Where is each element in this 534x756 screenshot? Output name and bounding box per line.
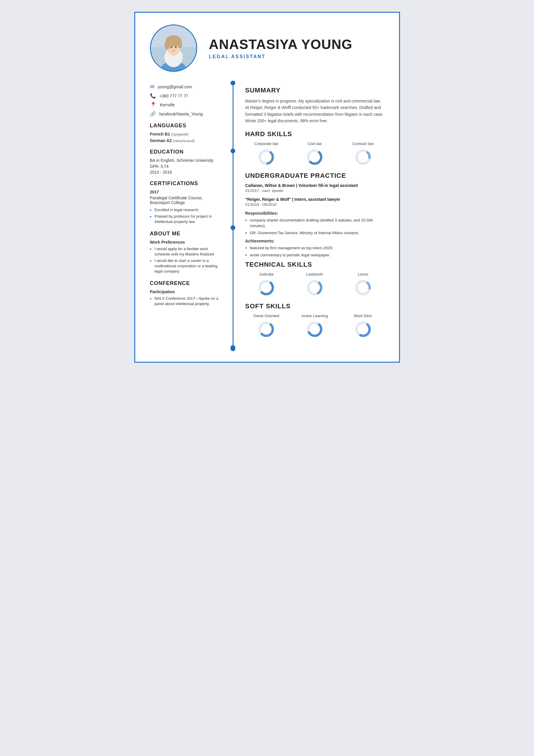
ach-list: featured by firm management as top inter…: [245, 245, 384, 258]
phone-item: 📞 +380 777 77 77: [150, 93, 224, 99]
undergrad-title: UNDERGRADUATE PRACTICE: [245, 172, 384, 179]
about-bullets: I would apply for a flexible work schedu…: [150, 246, 224, 274]
main-content: ✉ young@gmail.com 📞 +380 777 77 77 📍 Ker…: [135, 81, 399, 362]
social-value: facebook/Nastia_Young: [159, 112, 203, 116]
timeline-divider: [233, 81, 233, 350]
name-block: ANASTASIYA YOUNG LEGAL ASSISTANT: [209, 37, 384, 60]
lang-german: German A2 (начальный): [150, 138, 224, 143]
skill-contract-chart: [354, 148, 372, 166]
contacts-section: ✉ young@gmail.com 📞 +380 777 77 77 📍 Ker…: [150, 84, 224, 117]
skill-lexoo-label: Lexoo: [358, 272, 368, 276]
social-item: 🔗 facebook/Nastia_Young: [150, 111, 224, 117]
cert-bullet-1: Excelled in legal research.: [150, 207, 224, 213]
lang-french: French B1 (средний): [150, 132, 224, 136]
skill-learning: Active Learning: [293, 313, 336, 338]
summary-title: SUMMARY: [245, 87, 384, 94]
svg-point-9: [170, 46, 172, 48]
job-title: LEGAL ASSISTANT: [209, 54, 384, 59]
skill-learning-label: Active Learning: [301, 313, 328, 318]
location-item: 📍 Kerrville: [150, 102, 224, 108]
skill-lexoo: Lexoo: [342, 272, 384, 296]
left-column: ✉ young@gmail.com 📞 +380 777 77 77 📍 Ker…: [135, 81, 233, 350]
avatar: [150, 24, 197, 72]
svg-point-8: [177, 40, 182, 48]
tech-skills-title: TECHNICAL SKILLS: [245, 261, 384, 268]
skill-learning-chart: [306, 320, 324, 338]
social-icon: 🔗: [150, 111, 156, 117]
email-value: young@gmail.com: [158, 85, 192, 89]
skill-lexoo-chart: [354, 279, 372, 296]
skill-judicata-label: Judicata: [259, 272, 273, 276]
edu-years: 2013 - 2018: [150, 170, 224, 175]
skill-lawbooth: Lawbooth: [293, 272, 336, 296]
skill-contract: Contract law: [342, 142, 384, 166]
full-name: ANASTASIYA YOUNG: [209, 37, 384, 52]
resp-title: Responsibilities:: [245, 211, 384, 216]
work-pref-title: Work Preferences: [150, 240, 224, 245]
conference-title: CONFERENCE: [150, 280, 224, 286]
header: ANASTASIYA YOUNG LEGAL ASSISTANT: [135, 13, 399, 81]
email-icon: ✉: [150, 84, 154, 90]
cert-year: 2017: [150, 190, 224, 194]
skill-civil-label: Civil law: [307, 142, 322, 146]
tech-skills-grid: Judicata Lawbooth Lexoo: [245, 272, 384, 296]
soft-skills-title: SOFT SKILLS: [245, 302, 384, 310]
languages-list: French B1 (средний) German A2 (начальный…: [150, 132, 224, 143]
skill-detail: Detail Oriented: [245, 313, 288, 338]
skill-ethic: Work Ethic: [342, 313, 384, 338]
hard-skills-title: HARD SKILLS: [245, 130, 384, 138]
svg-point-10: [175, 46, 176, 48]
conference-bullet-1: NALS Conference 2017—Spoke on a panel ab…: [150, 296, 224, 307]
practice-date-1: 01/2017 - наст. время: [245, 188, 384, 193]
about-bullet-2: I would like to start a career in a mult…: [150, 258, 224, 274]
cert-bullets: Excelled in legal research. Praised by p…: [150, 207, 224, 225]
skill-ethic-chart: [354, 320, 372, 338]
skill-detail-chart: [257, 320, 275, 338]
skill-corporate: Corporate law: [245, 142, 288, 166]
edu-degree: BA in English, Schreiner University: [150, 158, 224, 163]
skill-lawbooth-chart: [306, 279, 324, 296]
resp-bullet-2: GR: Goverment Tax Service, Ministry of I…: [245, 230, 384, 236]
ach-title: Achievements:: [245, 239, 384, 243]
resp-bullet-1: company charter documentation drafting (…: [245, 217, 384, 229]
practice-org-2: "Reiger, Reiger & Wolf" | Intern, assist…: [245, 197, 384, 202]
practice-date-2: 01/2018 - 09/2018: [245, 202, 384, 207]
cert-name: Paralegal Certificate Course, Brazosport…: [150, 196, 224, 205]
ach-bullet-1: featured by firm management as top inter…: [245, 245, 384, 251]
skill-civil: Civil law: [293, 142, 336, 166]
languages-title: LANGUAGES: [150, 122, 224, 129]
edu-gpa: GPA: 3,74: [150, 164, 224, 169]
resp-list: company charter documentation drafting (…: [245, 217, 384, 236]
conference-bullets: NALS Conference 2017—Spoke on a panel ab…: [150, 296, 224, 307]
education-title: EDUCATION: [150, 149, 224, 155]
ach-bullet-2: wrote commentary to periodic legal newsp…: [245, 252, 384, 258]
about-title: ABOUT ME: [150, 230, 224, 237]
phone-value: +380 777 77 77: [159, 94, 188, 98]
svg-point-7: [164, 40, 170, 50]
location-icon: 📍: [150, 102, 156, 108]
timeline-dot-3: [230, 225, 235, 230]
skill-corporate-label: Corporate law: [254, 142, 279, 146]
phone-icon: 📞: [150, 93, 156, 99]
skill-corporate-chart: [257, 148, 275, 166]
skill-detail-label: Detail Oriented: [254, 313, 279, 318]
timeline-dot-2: [230, 148, 235, 153]
location-value: Kerrville: [160, 102, 175, 107]
skill-contract-label: Contract law: [353, 142, 374, 146]
soft-skills-grid: Detail Oriented Active Learning Work Eth…: [245, 313, 384, 338]
conference-part-title: Participation: [150, 289, 224, 294]
skill-judicata-chart: [257, 279, 275, 296]
skill-civil-chart: [306, 148, 324, 166]
summary-text: Master's degree in progress. My speciali…: [245, 98, 384, 124]
certifications-title: CERTIFICATIONS: [150, 180, 224, 187]
hard-skills-grid: Corporate law Civil law Contract law: [245, 142, 384, 166]
skill-judicata: Judicata: [245, 272, 288, 296]
skill-ethic-label: Work Ethic: [354, 313, 372, 318]
resume: ANASTASIYA YOUNG LEGAL ASSISTANT ✉ young…: [134, 12, 400, 363]
practice-org-1: Callanan, Wiltse & Brown | Volunteer fil…: [245, 183, 384, 188]
right-column: SUMMARY Master's degree in progress. My …: [233, 81, 399, 350]
email-item: ✉ young@gmail.com: [150, 84, 224, 90]
skill-lawbooth-label: Lawbooth: [307, 272, 323, 276]
about-bullet-1: I would apply for a flexible work schedu…: [150, 246, 224, 257]
timeline-dot-6: [230, 345, 235, 350]
